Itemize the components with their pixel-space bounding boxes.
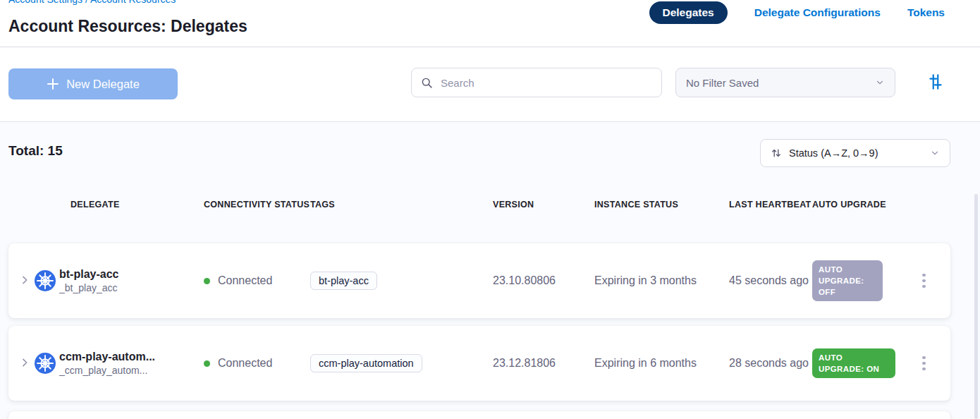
tab-delegate-configurations[interactable]: Delegate Configurations [754,6,881,19]
total-count-value: 15 [48,143,63,158]
toolbar: New Delegate No Filter Saved [0,47,980,122]
auto-upgrade-badge: AUTO UPGRADE: OFF [812,260,883,301]
table-row[interactable]: ccm-play-autom... _ccm_play_autom... Con… [8,326,950,401]
saved-filter-dropdown[interactable]: No Filter Saved [675,68,895,97]
delegate-id: _bt_play_acc [59,281,118,294]
sort-label: Status (A→Z, 0→9) [789,147,878,159]
column-header-version: VERSION [493,198,594,211]
filter-sliders-icon[interactable] [925,72,946,93]
kubernetes-icon [35,270,56,291]
column-header-instance-status: INSTANCE STATUS [594,198,729,211]
column-header-last-heartbeat: LAST HEARTBEAT [729,198,812,211]
tag-chip: ccm-play-automation [310,354,422,372]
tab-delegates[interactable]: Delegates [649,1,728,24]
new-delegate-label: New Delegate [66,78,140,91]
tab-tokens[interactable]: Tokens [907,6,945,19]
version-cell: 23.12.81806 [493,357,594,370]
search-box [411,68,662,97]
column-header-tags: TAGS [310,198,493,211]
total-count: Total: 15 [8,143,63,159]
sort-dropdown[interactable]: Status (A→Z, 0→9) [760,139,950,167]
instance-status-cell: Expiring in 6 months [594,357,729,370]
row-menu-button[interactable] [918,269,930,293]
row-menu-button[interactable] [918,352,930,375]
vertical-scrollbar[interactable] [974,194,978,419]
column-header-auto-upgrade: AUTO UPGRADE [812,198,918,211]
delegate-name: bt-play-acc [59,267,118,282]
chevron-down-icon [875,78,885,87]
table-row[interactable] [8,411,950,419]
connectivity-status: Connected [218,357,272,370]
page-title: Account Resources: Delegates [8,17,247,36]
search-input[interactable] [439,76,652,90]
new-delegate-button[interactable]: New Delegate [8,68,178,99]
delegates-list-section: Total: 15 Status (A→Z, 0→9) DELEGATE CON… [0,122,980,419]
expand-chevron-icon[interactable] [18,357,31,370]
instance-status-cell: Expiring in 3 months [594,274,729,287]
plus-icon [47,78,59,90]
delegate-id: _ccm_play_autom... [59,364,155,377]
connectivity-status: Connected [218,274,272,287]
version-cell: 23.10.80806 [493,274,594,287]
kubernetes-icon [35,353,56,374]
page-header: Account Settings / Account Resources Acc… [0,0,980,47]
table-header-row: DELEGATE CONNECTIVITY STATUS TAGS VERSIO… [8,198,950,211]
resource-tabs: Delegates Delegate Configurations Tokens [649,1,945,24]
sort-arrows-icon [771,147,782,159]
delegate-name: ccm-play-autom... [59,350,155,365]
auto-upgrade-badge: AUTO UPGRADE: ON [812,348,895,378]
expand-chevron-icon[interactable] [18,274,31,287]
breadcrumb[interactable]: Account Settings / Account Resources [8,0,176,5]
chevron-down-icon [930,148,940,158]
column-header-delegate: DELEGATE [37,198,204,211]
connected-status-dot [204,360,210,367]
column-header-connectivity-status: CONNECTIVITY STATUS [204,198,310,211]
connected-status-dot [204,278,210,284]
last-heartbeat-cell: 28 seconds ago [729,354,812,372]
tag-chip: bt-play-acc [310,272,377,290]
search-icon [421,77,433,89]
last-heartbeat-cell: 45 seconds ago [729,272,812,290]
saved-filter-value: No Filter Saved [686,77,759,89]
table-row[interactable]: bt-play-acc _bt_play_acc Connected bt-pl… [8,243,950,318]
